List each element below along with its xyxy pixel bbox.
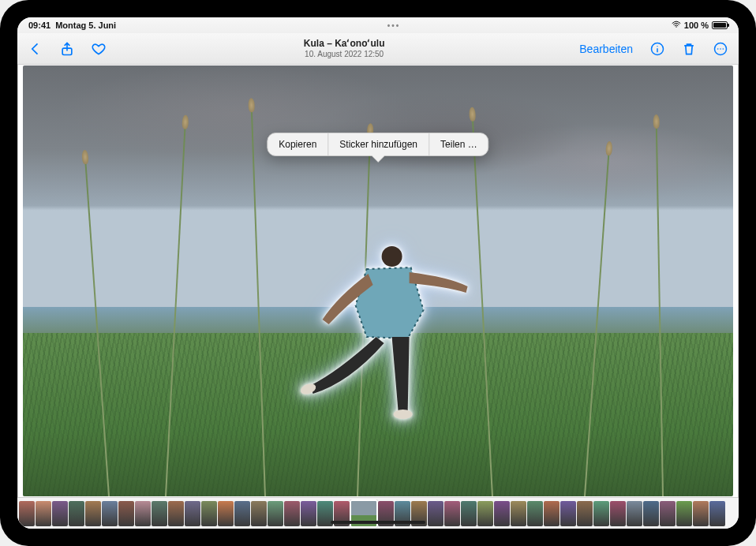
svg-point-6 xyxy=(717,48,719,50)
thumbnail[interactable] xyxy=(627,501,642,526)
thumbnail[interactable] xyxy=(85,501,101,526)
thumbnail[interactable] xyxy=(494,501,510,526)
thumbnail[interactable] xyxy=(268,501,283,526)
thumbnail[interactable] xyxy=(643,501,659,526)
photo-image xyxy=(23,65,733,496)
thumbnail[interactable] xyxy=(461,501,477,526)
back-button[interactable] xyxy=(25,39,46,59)
thumbnail-strip[interactable] xyxy=(17,497,739,529)
delete-button[interactable] xyxy=(679,39,699,59)
info-button[interactable] xyxy=(647,39,668,59)
thumbnail[interactable] xyxy=(544,501,560,526)
thumbnail[interactable] xyxy=(218,501,234,526)
thumbnail[interactable] xyxy=(593,501,609,526)
more-button[interactable] xyxy=(710,39,731,59)
thumbnail[interactable] xyxy=(201,501,217,526)
thumbnail[interactable] xyxy=(19,501,35,526)
thumbnail[interactable] xyxy=(577,501,593,526)
thumbnail[interactable] xyxy=(693,501,709,526)
context-share[interactable]: Teilen … xyxy=(429,133,488,155)
thumbnail[interactable] xyxy=(395,501,410,526)
thumbnail[interactable] xyxy=(301,501,316,526)
thumbnail[interactable] xyxy=(428,501,443,526)
svg-point-9 xyxy=(382,246,402,267)
thumbnail[interactable] xyxy=(135,501,151,526)
status-bar: 09:41 Montag 5. Juni ••• 100 % xyxy=(17,17,739,33)
photo-viewer[interactable]: Kopieren Sticker hinzufügen Teilen … xyxy=(17,65,739,497)
thumbnail[interactable] xyxy=(610,501,626,526)
svg-point-7 xyxy=(720,48,721,50)
svg-point-0 xyxy=(676,26,677,28)
thumbnail[interactable] xyxy=(477,501,493,526)
thumbnail[interactable] xyxy=(234,501,250,526)
edit-button[interactable]: Bearbeiten xyxy=(579,43,633,55)
svg-point-8 xyxy=(723,48,724,50)
thumbnail[interactable] xyxy=(317,501,333,526)
battery-icon xyxy=(712,21,728,29)
thumbnail[interactable] xyxy=(676,501,692,526)
toolbar: Kula – Kaʻonoʻulu 10. August 2022 12:50 … xyxy=(17,33,739,65)
screen: 09:41 Montag 5. Juni ••• 100 % xyxy=(17,17,739,529)
thumbnail[interactable] xyxy=(102,501,118,526)
status-date: Montag 5. Juni xyxy=(55,21,116,30)
thumbnail[interactable] xyxy=(660,501,676,526)
context-add-sticker[interactable]: Sticker hinzufügen xyxy=(327,133,429,155)
share-button[interactable] xyxy=(57,39,77,59)
ipad-frame: 09:41 Montag 5. Juni ••• 100 % xyxy=(0,0,756,546)
thumbnail[interactable] xyxy=(444,501,460,526)
thumbnail[interactable] xyxy=(411,501,427,526)
subject-context-menu: Kopieren Sticker hinzufügen Teilen … xyxy=(267,133,488,156)
thumbnail[interactable] xyxy=(185,501,200,526)
battery-text: 100 % xyxy=(684,21,709,30)
thumbnail[interactable] xyxy=(511,501,526,526)
favorite-button[interactable] xyxy=(88,39,109,59)
svg-point-10 xyxy=(394,410,413,419)
thumbnail[interactable] xyxy=(284,501,300,526)
status-time: 09:41 xyxy=(28,21,51,30)
photo-subtitle: 10. August 2022 12:50 xyxy=(109,50,579,59)
thumbnail[interactable] xyxy=(709,501,725,526)
photo-subject-selection[interactable] xyxy=(291,237,481,443)
thumbnail[interactable] xyxy=(251,501,267,526)
wifi-icon xyxy=(672,21,681,30)
thumbnail[interactable] xyxy=(118,501,134,526)
thumbnail[interactable] xyxy=(527,501,543,526)
thumbnail[interactable] xyxy=(168,501,184,526)
thumbnail[interactable] xyxy=(69,501,84,526)
thumbnail[interactable] xyxy=(152,501,167,526)
svg-point-4 xyxy=(657,46,657,47)
context-copy[interactable]: Kopieren xyxy=(268,133,327,155)
thumbnail-selected[interactable] xyxy=(350,500,377,527)
thumbnail[interactable] xyxy=(334,501,350,526)
thumbnail[interactable] xyxy=(36,501,51,526)
photo-title: Kula – Kaʻonoʻulu xyxy=(109,38,579,49)
thumbnail[interactable] xyxy=(52,501,68,526)
multitask-dots-icon[interactable]: ••• xyxy=(387,21,401,30)
thumbnail[interactable] xyxy=(560,501,576,526)
thumbnail[interactable] xyxy=(378,501,394,526)
